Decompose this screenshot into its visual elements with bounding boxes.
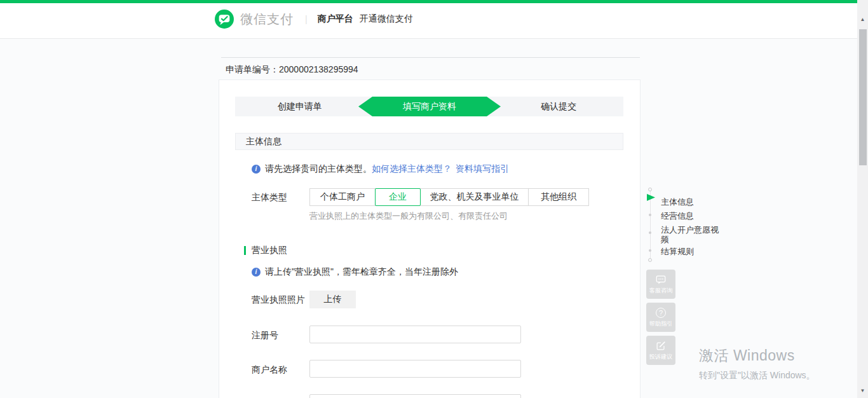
anchor-nav-dot [649, 214, 651, 216]
next-field-input-partial[interactable] [309, 394, 521, 398]
customer-service-label: 客服咨询 [648, 287, 674, 295]
scrollbar-down-arrow-icon[interactable]: ▼ [857, 387, 868, 395]
edit-icon [655, 340, 667, 352]
merchant-platform-link[interactable]: 商户平台 [318, 13, 353, 25]
section-header-subject-info: 主体信息 [235, 133, 623, 150]
brand-title: 微信支付 [240, 11, 294, 28]
top-progress-bar [0, 0, 857, 3]
scrollbar-thumb[interactable] [859, 29, 867, 165]
windows-activation-watermark: 激活 Windows 转到"设置"以激活 Windows。 [699, 346, 815, 381]
info-icon: i [252, 268, 261, 277]
subject-type-hint: 营业执照上的主体类型一般为有限公司、有限责任公司 [309, 210, 508, 222]
registration-number-input[interactable] [309, 326, 521, 343]
application-top-divider [221, 57, 640, 58]
scrollbar[interactable]: ▲ ▼ [857, 0, 868, 398]
chat-bubble-icon [655, 274, 667, 285]
header-divider: | [305, 14, 308, 24]
feedback-button[interactable]: 投诉建议 [646, 336, 675, 365]
help-guide-label: 帮助指引 [648, 320, 674, 328]
license-notice-text: 请上传"营业执照"，需年检章齐全，当年注册除外 [265, 266, 458, 278]
question-icon: ? [656, 308, 666, 318]
business-license-notice: i 请上传"营业执照"，需年检章齐全，当年注册除外 [252, 266, 458, 278]
license-photo-label: 营业执照照片 [252, 294, 305, 306]
wechat-pay-logo-icon [215, 10, 234, 29]
anchor-nav-current-marker-icon [647, 194, 655, 201]
anchor-item-subject-info[interactable]: 主体信息 [661, 197, 719, 207]
subject-type-label: 主体类型 [252, 192, 287, 203]
scrollbar-up-arrow-icon[interactable]: ▲ [857, 15, 868, 24]
step-progress: 创建申请单 确认提交 填写商户资料 [235, 97, 623, 116]
subject-notice-text: 请先选择贵司的主体类型。 [265, 163, 372, 175]
watermark-line1: 激活 Windows [699, 346, 815, 366]
watermark-line2: 转到"设置"以激活 Windows。 [699, 370, 815, 381]
green-tick-bar [244, 246, 246, 255]
anchor-nav-dot [649, 231, 651, 234]
anchor-nav-dot [649, 249, 651, 252]
header: 微信支付 | 商户平台 开通微信支付 [0, 0, 868, 39]
merchant-name-input[interactable] [309, 360, 521, 378]
option-individual-business[interactable]: 个体工商户 [309, 188, 376, 206]
page-title: 开通微信支付 [360, 13, 413, 25]
option-government-institution[interactable]: 党政、机关及事业单位 [420, 188, 529, 206]
anchor-nav-start-circle [648, 188, 652, 191]
feedback-label: 投诉建议 [648, 353, 674, 361]
anchor-item-legal-person-video[interactable]: 法人开户意愿视频 [661, 225, 719, 244]
business-license-title: 营业执照 [244, 245, 287, 256]
help-guide-button[interactable]: ? 帮助指引 [646, 303, 675, 332]
upload-button[interactable]: 上传 [309, 291, 356, 308]
subject-type-notice: i 请先选择贵司的主体类型。 如何选择主体类型？ 资料填写指引 [252, 163, 509, 175]
how-to-choose-type-link[interactable]: 如何选择主体类型？ [372, 163, 452, 175]
application-number-value: 2000002138295994 [279, 64, 358, 74]
form-card: 创建申请单 确认提交 填写商户资料 主体信息 i 请先选择贵司的主体类型。 如何… [219, 79, 641, 398]
filling-guide-link[interactable]: 资料填写指引 [456, 163, 509, 175]
business-license-title-text: 营业执照 [252, 245, 287, 256]
anchor-item-settlement-rules[interactable]: 结算规则 [661, 247, 719, 256]
customer-service-button[interactable]: 客服咨询 [646, 270, 675, 299]
step-fill-merchant-info-active: 填写商户资料 [358, 97, 501, 116]
step-create-application: 创建申请单 [235, 97, 365, 116]
screen: 微信支付 | 商户平台 开通微信支付 申请单编号：200000213829599… [0, 0, 868, 398]
anchor-nav-end-circle [648, 258, 652, 262]
step-confirm-submit: 确认提交 [494, 97, 623, 116]
application-number: 申请单编号：2000002138295994 [226, 64, 358, 76]
option-enterprise-selected[interactable]: 企业 [375, 188, 421, 206]
option-other-organization[interactable]: 其他组织 [528, 188, 589, 206]
application-number-label: 申请单编号： [226, 64, 279, 74]
info-icon: i [252, 165, 261, 174]
registration-number-label: 注册号 [252, 330, 278, 341]
subject-type-options: 个体工商户 企业 党政、机关及事业单位 其他组织 [309, 188, 589, 206]
merchant-name-label: 商户名称 [252, 364, 287, 376]
anchor-item-business-info[interactable]: 经营信息 [661, 211, 719, 221]
